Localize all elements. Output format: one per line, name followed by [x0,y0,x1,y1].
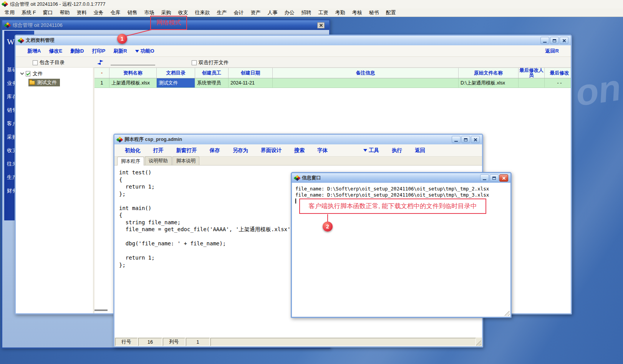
maximize-button[interactable] [490,174,499,182]
save-button[interactable]: 保存 [210,147,220,154]
functions-menu-button[interactable]: 功能O [135,48,154,55]
include-subdir-checkbox[interactable]: 包含子目录 [33,59,65,66]
delete-button[interactable]: 删除D [70,48,84,55]
tools-menu-button[interactable]: 工具 [363,147,379,154]
column-header[interactable]: 原始文件名称 [459,68,519,78]
minimize-icon [483,179,486,180]
tree-item-selected[interactable]: 测试文件 [28,79,60,86]
menu-item[interactable]: 工资 [315,8,332,17]
column-header[interactable]: 最后修改 [545,68,571,78]
table-cell[interactable]: - - [545,78,571,88]
table-cell[interactable]: 上架通用模板.xlsx [109,78,157,88]
tree-scrollbar[interactable] [94,309,108,311]
menu-item[interactable]: 人事 [264,8,281,17]
minimize-button[interactable] [452,136,461,143]
menu-item[interactable]: 业务 [90,8,107,17]
mdi-close-button[interactable] [317,22,325,28]
main-window-title: 综合管理 oit 20241106 - 远程-127.0.0.1:7777 [10,1,106,8]
column-header[interactable]: 创建日期 [229,68,273,78]
menu-item[interactable]: 往来款 [192,8,214,17]
swap-filter-icon[interactable] [97,60,103,65]
menu-item[interactable]: 系统 F [18,8,40,17]
script-window-titlebar[interactable]: 脚本程序 csp_prog.admin [114,135,482,144]
menu-item[interactable]: 帮助 [56,8,73,17]
script-window-title: 脚本程序 csp_prog.admin [124,136,182,143]
menu-item[interactable]: 考勤 [332,8,349,17]
resize-grip[interactable] [505,311,510,316]
menu-item[interactable]: 资料 [73,8,90,17]
table-cell[interactable]: 系统管理员 [195,78,229,88]
info-window-title: 信息窗口 [302,175,321,181]
tree-item-root[interactable]: 文件 [16,69,93,78]
column-header[interactable]: 创建员工 [195,68,229,78]
search-button[interactable]: 搜索 [294,147,305,154]
close-button[interactable] [560,37,568,44]
dblclick-open-checkbox[interactable]: 双击打开文件 [192,59,229,66]
table-cell[interactable]: 2024-11-21 [229,78,273,88]
tree-item-label: 测试文件 [37,79,57,86]
font-button[interactable]: 字体 [317,147,328,154]
ui-design-button[interactable]: 界面设计 [261,147,282,154]
statusbar-filler [210,338,476,346]
column-header[interactable]: - [94,68,109,78]
maximize-button[interactable] [550,37,559,44]
table-cell[interactable]: D:\上架通用模板.xlsx [459,78,519,88]
app-icon [2,2,8,7]
menu-item[interactable]: 秘书 [366,8,383,17]
resize-grip[interactable] [476,341,481,346]
table-cell[interactable] [273,78,459,88]
run-button[interactable]: 执行 [392,147,402,154]
menu-item[interactable]: 窗口 [40,8,56,17]
doc-window-titlebar[interactable]: 文档资料管理 [16,36,571,45]
app-icon [117,137,123,142]
menu-item[interactable]: 生产 [214,8,230,17]
menu-item[interactable]: 招聘 [298,8,315,17]
minimize-button[interactable] [540,37,549,44]
open-new-window-button[interactable]: 新窗打开 [176,147,197,154]
row-number-label: 行号 [115,338,138,346]
menu-item[interactable]: 资产 [247,8,264,17]
minimize-button[interactable] [480,174,489,182]
return-button[interactable]: 返回 [415,147,425,154]
menu-item[interactable]: 销售 [124,8,141,17]
table-cell[interactable]: 1 [94,78,109,88]
add-button[interactable]: 新增A [27,48,41,55]
tree-expand-icon[interactable] [20,71,24,75]
filter-input[interactable] [111,58,155,65]
column-header[interactable]: 最后修改人员 [519,68,545,78]
menu-item[interactable]: 会计 [230,8,247,17]
table-row[interactable]: 1上架通用模板.xlsx测试文件系统管理员2024-11-21D:\上架通用模板… [94,78,571,88]
tab-description[interactable]: 脚本说明 [172,156,199,165]
close-button[interactable] [471,136,480,143]
menu-item[interactable]: 配置 [383,8,399,17]
doc-window-title: 文档资料管理 [26,37,55,44]
menu-item[interactable]: 常用 [1,8,18,17]
refresh-button[interactable]: 刷新R [113,48,127,55]
info-lines: file_name: D:\Soft\erp\oit_setup_2024110… [295,186,507,198]
minimize-icon [454,141,458,142]
tree-item-label: 文件 [33,70,43,77]
print-button[interactable]: 打印P [92,48,105,55]
tab-help[interactable]: 说明帮助 [145,156,172,165]
menu-item[interactable]: 考核 [349,8,366,17]
row-number-value: 16 [138,338,162,346]
column-header[interactable]: 资料名称 [109,68,157,78]
table-cell[interactable]: 测试文件 [157,78,195,88]
mdi-window-title: 综合管理 oit 20241106 [13,22,63,29]
col-number-label: 列号 [163,338,185,346]
column-header[interactable]: 文档目录 [157,68,195,78]
menu-item[interactable]: 仓库 [107,8,124,17]
maximize-button[interactable] [461,136,470,143]
tab-script[interactable]: 脚本程序 [117,157,144,165]
table-cell[interactable] [519,78,545,88]
init-button[interactable]: 初始化 [125,147,141,154]
column-header[interactable]: 备注信息 [273,68,459,78]
info-window-titlebar[interactable]: 信息窗口 [292,173,510,183]
edit-button[interactable]: 修改E [49,48,62,55]
doc-filter-row: 包含子目录 双击打开文件 [16,57,571,68]
close-button[interactable] [499,174,508,182]
menu-item[interactable]: 办公 [281,8,298,17]
save-as-button[interactable]: 另存为 [233,147,249,154]
return-button[interactable]: 返回R [545,48,559,55]
open-button[interactable]: 打开 [153,147,164,154]
